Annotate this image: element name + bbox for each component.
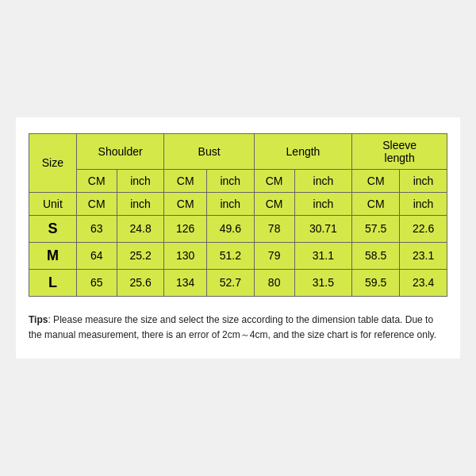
row-m-length-inch: 31.1: [294, 242, 352, 269]
unit-cell: Unit: [29, 192, 77, 215]
row-m-sleeve-inch: 23.1: [400, 242, 447, 269]
table-row: S 63 24.8 126 49.6 78 30.71 57.5 22.6: [29, 215, 447, 242]
row-l-shoulder-cm: 65: [76, 269, 117, 296]
tips-label: Tips: [29, 314, 48, 325]
row-l-shoulder-inch: 25.6: [117, 269, 164, 296]
header-bust: Bust: [164, 133, 254, 169]
main-container: Size Shoulder Bust Length Sleeve length …: [16, 117, 460, 359]
tips-text: : Please measure the size and select the…: [29, 314, 436, 340]
header-shoulder: Shoulder: [76, 133, 164, 169]
row-l-sleeve-cm: 59.5: [352, 269, 400, 296]
size-table: Size Shoulder Bust Length Sleeve length …: [29, 133, 447, 297]
row-m-bust-cm: 130: [164, 242, 206, 269]
row-m-length-cm: 79: [254, 242, 294, 269]
tips-section: Tips: Please measure the size and select…: [29, 313, 447, 343]
row-m-size: M: [29, 242, 77, 269]
header-length: Length: [254, 133, 352, 169]
unit-shoulder-cm-val: CM: [76, 192, 117, 215]
row-l-sleeve-inch: 23.4: [400, 269, 447, 296]
row-l-length-inch: 31.5: [294, 269, 352, 296]
row-l-length-cm: 80: [254, 269, 294, 296]
row-s-size: S: [29, 215, 77, 242]
unit-shoulder-inch-val: inch: [117, 192, 164, 215]
row-m-sleeve-cm: 58.5: [352, 242, 400, 269]
unit-bust-cm-val: CM: [164, 192, 206, 215]
row-s-length-cm: 78: [254, 215, 294, 242]
row-s-shoulder-inch: 24.8: [117, 215, 164, 242]
row-s-bust-inch: 49.6: [206, 215, 254, 242]
unit-bust-cm: CM: [164, 169, 206, 192]
unit-length-cm-val: CM: [254, 192, 294, 215]
row-l-size: L: [29, 269, 77, 296]
row-l-bust-inch: 52.7: [206, 269, 254, 296]
unit-length-inch-val: inch: [294, 192, 352, 215]
unit-sleeve-inch: inch: [400, 169, 447, 192]
unit-shoulder-cm: CM: [76, 169, 117, 192]
header-sleeve: Sleeve length: [352, 133, 447, 169]
unit-sleeve-inch-val: inch: [400, 192, 447, 215]
row-m-shoulder-cm: 64: [76, 242, 117, 269]
unit-sleeve-cm: CM: [352, 169, 400, 192]
unit-length-inch: inch: [294, 169, 352, 192]
unit-sleeve-cm-val: CM: [352, 192, 400, 215]
table-row: L 65 25.6 134 52.7 80 31.5 59.5 23.4: [29, 269, 447, 296]
unit-shoulder-inch: inch: [117, 169, 164, 192]
row-s-bust-cm: 126: [164, 215, 206, 242]
header-size: Size: [29, 133, 77, 192]
row-s-sleeve-cm: 57.5: [352, 215, 400, 242]
row-s-sleeve-inch: 22.6: [400, 215, 447, 242]
unit-bust-inch-val: inch: [206, 192, 254, 215]
row-l-bust-cm: 134: [164, 269, 206, 296]
table-row: M 64 25.2 130 51.2 79 31.1 58.5 23.1: [29, 242, 447, 269]
row-m-shoulder-inch: 25.2: [117, 242, 164, 269]
unit-row: Unit CM inch CM inch CM inch CM inch: [29, 192, 447, 215]
row-m-bust-inch: 51.2: [206, 242, 254, 269]
row-s-shoulder-cm: 63: [76, 215, 117, 242]
row-s-length-inch: 30.71: [294, 215, 352, 242]
unit-length-cm: CM: [254, 169, 294, 192]
unit-bust-inch: inch: [206, 169, 254, 192]
